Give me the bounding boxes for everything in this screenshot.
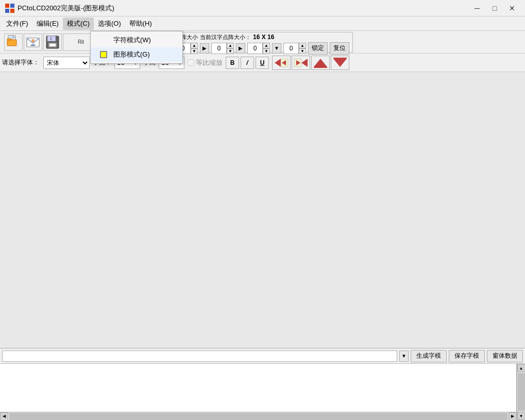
menu-edit[interactable]: 编辑(E)	[32, 18, 63, 30]
svg-rect-37	[333, 58, 347, 59]
titlebar-controls: ─ □ ✕	[469, 3, 520, 13]
graphic-mode-item[interactable]: 图形模式(G)	[91, 47, 182, 62]
horizontal-scrollbar: ◀ ▶	[0, 412, 517, 420]
open-file-button[interactable]	[24, 33, 42, 51]
graphic-mode-label: 图形模式(G)	[113, 50, 150, 59]
matrix-right-arrow-button[interactable]: ▶	[200, 43, 209, 54]
svg-rect-35	[314, 67, 327, 68]
spin-input-2[interactable]	[211, 43, 227, 54]
canvas-area	[0, 72, 525, 348]
flip-up-button[interactable]	[311, 56, 330, 70]
app-icon	[5, 4, 14, 13]
main-toolbar: Rit 调整像素位置	[0, 31, 525, 54]
rotate-right-button[interactable]	[292, 56, 310, 70]
hscroll-thumb[interactable]	[9, 413, 507, 420]
svg-rect-3	[10, 9, 14, 13]
char-mode-icon	[99, 36, 108, 45]
svg-marker-36	[333, 59, 347, 67]
clear-data-button[interactable]: 窗体数据	[487, 350, 523, 362]
matrix-value: 16 X 16	[253, 33, 274, 41]
bottom-content: ▲ ▼ ◀ ▶	[0, 364, 525, 420]
bottom-input[interactable]	[2, 351, 397, 362]
file-tools-section: Rit	[2, 32, 101, 52]
save-file-button[interactable]	[43, 33, 62, 51]
menu-help[interactable]: 帮助(H)	[125, 18, 156, 30]
font-toolbar: 请选择字体： 宋体 字宽： 16 字高 16 等比缩放 B / U	[0, 54, 525, 72]
menu-file[interactable]: 文件(F)	[2, 18, 32, 30]
rotation-buttons	[272, 56, 349, 70]
spin-up-4[interactable]: ▲	[299, 43, 306, 48]
scroll-left-button[interactable]: ◀	[0, 412, 8, 421]
char-mode-label: 字符模式(W)	[113, 36, 151, 45]
new-file-button[interactable]	[4, 33, 23, 51]
close-button[interactable]: ✕	[504, 3, 520, 13]
italic-button[interactable]: /	[241, 57, 254, 69]
bold-button[interactable]: B	[226, 57, 239, 69]
graphic-mode-icon	[99, 50, 108, 59]
svg-marker-28	[275, 59, 281, 67]
menubar: 文件(F) 编辑(E) 模式(C) 选项(O) 帮助(H) 字符模式(W) 图形…	[0, 16, 525, 31]
spin-up-2[interactable]: ▲	[227, 43, 234, 48]
scroll-up-button[interactable]: ▲	[517, 364, 526, 372]
spin-btns-4: ▲ ▼	[299, 43, 306, 54]
spin-input-3[interactable]	[247, 43, 263, 54]
proportional-checkbox[interactable]	[188, 59, 194, 66]
svg-rect-2	[5, 9, 9, 13]
proportional-area: 等比缩放	[188, 58, 223, 67]
spin-btns-1: ▲ ▼	[191, 43, 198, 54]
input-dropdown-button[interactable]: ▼	[399, 351, 409, 362]
char-mode-item[interactable]: 字符模式(W)	[91, 33, 182, 47]
matrix-inputs: ◀ ▲ ▼ ▶ ▲ ▼ ▶	[164, 42, 349, 55]
flip-up-icon	[313, 57, 328, 69]
matrix-current-label: 当前汉字点阵大小：	[200, 33, 251, 41]
svg-rect-17	[49, 44, 56, 46]
flip-down-button[interactable]	[331, 56, 349, 70]
save-glyph-button[interactable]: 保存字模	[449, 350, 485, 362]
mode-dropdown: 字符模式(W) 图形模式(G)	[90, 31, 183, 64]
spin-group-4: ▲ ▼	[283, 43, 306, 54]
minimize-button[interactable]: ─	[469, 3, 485, 13]
rotate-right-icon	[293, 57, 309, 69]
menu-options[interactable]: 选项(O)	[94, 18, 125, 30]
spin-btns-2: ▲ ▼	[227, 43, 234, 54]
bottom-toolbar: ▼ 生成字模 保存字模 窗体数据	[0, 348, 525, 364]
scroll-thumb[interactable]	[518, 373, 525, 411]
titlebar: PCtoLCD2002完美版-(图形模式) ─ □ ✕	[0, 0, 525, 16]
generate-button[interactable]: 生成字模	[411, 350, 447, 362]
spin-down-1[interactable]: ▼	[191, 48, 198, 54]
svg-point-13	[31, 39, 35, 42]
svg-marker-33	[301, 59, 308, 67]
spin-down-4[interactable]: ▼	[299, 48, 306, 54]
titlebar-left: PCtoLCD2002完美版-(图形模式)	[5, 4, 114, 13]
spin-down-3[interactable]: ▼	[263, 48, 270, 54]
maximize-button[interactable]: □	[487, 3, 502, 13]
spin-up-1[interactable]: ▲	[191, 43, 198, 48]
open-file-icon	[25, 34, 41, 50]
rotate-left-icon	[274, 57, 289, 69]
svg-marker-34	[314, 59, 327, 67]
spin-input-4[interactable]	[283, 43, 299, 54]
rotate-left-button[interactable]	[272, 56, 291, 70]
spin-down-2[interactable]: ▼	[227, 48, 234, 54]
scroll-down-button[interactable]: ▼	[517, 412, 526, 420]
matrix-section: 修改点阵大小 当前汉字点阵大小： 16 X 16 ◀ ▲ ▼ ▶ ▲	[160, 32, 353, 52]
font-label: 请选择字体：	[2, 58, 39, 67]
new-file-icon	[6, 34, 21, 50]
spin-group-3: ▲ ▼	[247, 43, 270, 54]
lock-button[interactable]: 锁定	[308, 42, 328, 55]
reset-button[interactable]: 复位	[330, 42, 349, 55]
scroll-right-button[interactable]: ▶	[509, 412, 517, 421]
svg-rect-10	[7, 40, 16, 46]
spin-btns-3: ▲ ▼	[263, 43, 270, 54]
matrix-down-button[interactable]: ▼	[272, 43, 281, 54]
spin-up-3[interactable]: ▲	[263, 43, 270, 48]
font-select[interactable]: 宋体	[43, 57, 90, 69]
titlebar-title: PCtoLCD2002完美版-(图形模式)	[18, 4, 114, 13]
svg-rect-11	[7, 39, 11, 40]
matrix-play-button[interactable]: ▶	[236, 43, 245, 54]
underline-button[interactable]: U	[256, 57, 269, 69]
menu-mode[interactable]: 模式(C)	[63, 18, 94, 30]
flip-down-icon	[332, 57, 348, 69]
svg-rect-1	[10, 4, 14, 8]
bottom-area: ▼ 生成字模 保存字模 窗体数据 ▲ ▼ ◀ ▶	[0, 348, 525, 420]
